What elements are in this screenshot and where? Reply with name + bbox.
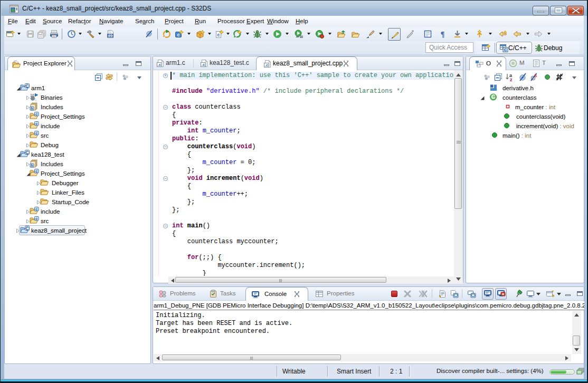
svg-text:010: 010: [107, 34, 113, 37]
svg-text:¶: ¶: [441, 31, 445, 39]
svg-text:C: C: [504, 47, 507, 52]
svg-text:c: c: [217, 32, 220, 37]
svg-text:c: c: [177, 32, 179, 37]
svg-text:S: S: [534, 73, 537, 78]
svg-text:z: z: [510, 77, 513, 82]
